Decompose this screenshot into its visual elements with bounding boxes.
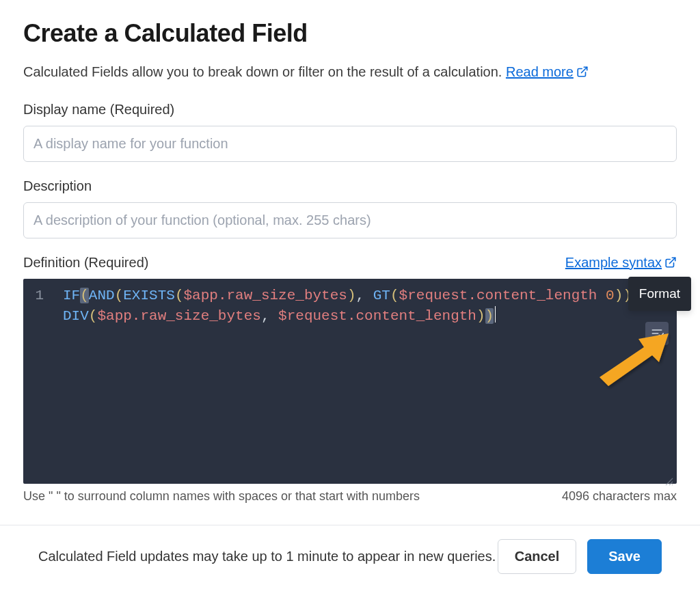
display-name-label: Display name (Required)	[23, 102, 677, 118]
line-number: 1	[30, 286, 44, 306]
definition-code-editor[interactable]: 1 IF(AND(EXISTS($app.raw_size_bytes), GT…	[23, 279, 677, 484]
description-group: Description	[23, 178, 677, 238]
svg-line-7	[672, 484, 673, 485]
format-tooltip: Format	[628, 277, 691, 311]
example-syntax-link[interactable]: Example syntax	[565, 255, 677, 272]
svg-line-5	[666, 478, 673, 485]
definition-group: Definition (Required) Example syntax 1 I…	[23, 255, 677, 504]
code-content[interactable]: IF(AND(EXISTS($app.raw_size_bytes), GT($…	[23, 286, 677, 327]
definition-label: Definition (Required)	[23, 255, 148, 271]
description-label: Description	[23, 178, 677, 194]
format-icon	[650, 327, 664, 340]
intro-prefix: Calculated Fields allow you to break dow…	[23, 64, 506, 79]
save-button[interactable]: Save	[587, 539, 662, 574]
description-input[interactable]	[23, 202, 677, 238]
display-name-input[interactable]	[23, 126, 677, 162]
footer-bar: Calculated Field updates may take up to …	[0, 525, 700, 589]
format-button[interactable]	[645, 322, 669, 345]
definition-hint-left: Use " " to surround column names with sp…	[23, 489, 420, 504]
svg-line-0	[581, 67, 587, 72]
resize-handle-icon[interactable]	[664, 473, 674, 482]
footer-note: Calculated Field updates may take up to …	[38, 549, 496, 564]
svg-line-1	[670, 258, 675, 263]
read-more-link[interactable]: Read more	[506, 64, 589, 79]
external-link-icon	[576, 66, 589, 81]
cancel-button[interactable]: Cancel	[498, 539, 577, 574]
intro-text: Calculated Fields allow you to break dow…	[23, 64, 677, 81]
page-title: Create a Calculated Field	[23, 19, 677, 48]
external-link-icon	[664, 256, 677, 272]
display-name-group: Display name (Required)	[23, 102, 677, 162]
definition-hint-right: 4096 characters max	[562, 489, 677, 504]
